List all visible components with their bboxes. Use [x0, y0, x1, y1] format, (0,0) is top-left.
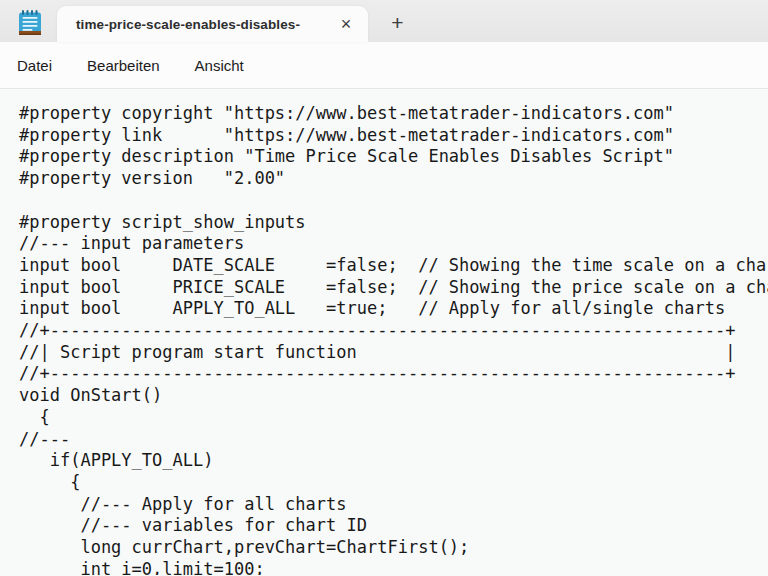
- code-content: #property copyright "https://www.best-me…: [19, 103, 768, 575]
- notepad-icon: [17, 8, 43, 38]
- titlebar: time-price-scale-enables-disables- × +: [0, 0, 768, 42]
- tab-current-file[interactable]: time-price-scale-enables-disables- ×: [57, 6, 368, 42]
- menu-ansicht[interactable]: Ansicht: [183, 50, 256, 81]
- menubar: Datei Bearbeiten Ansicht: [0, 42, 768, 89]
- close-tab-icon[interactable]: ×: [333, 11, 359, 37]
- new-tab-button[interactable]: +: [384, 9, 411, 35]
- menu-bearbeiten[interactable]: Bearbeiten: [75, 50, 172, 81]
- menu-datei[interactable]: Datei: [5, 50, 64, 81]
- tab-title: time-price-scale-enables-disables-: [57, 17, 333, 32]
- text-editor-area[interactable]: #property copyright "https://www.best-me…: [0, 89, 768, 575]
